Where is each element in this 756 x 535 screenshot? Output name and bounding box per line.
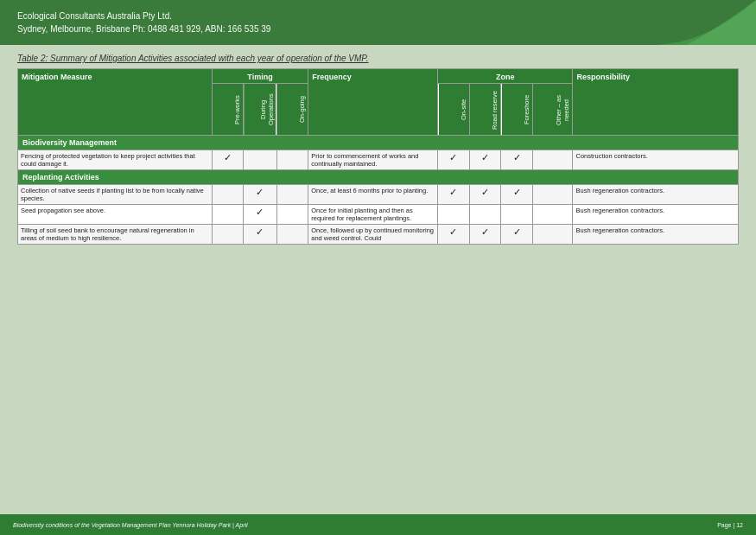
footer-text: Biodiversity conditions of the Vegetatio… [13, 522, 248, 528]
table-cell: Fencing of protected vegetation to keep … [18, 150, 213, 170]
table-cell [501, 205, 533, 225]
table-cell: ✓ [501, 185, 533, 205]
table-cell: Bush regeneration contractors. [573, 185, 739, 205]
col-sub-foreshore: Foreshore [501, 84, 533, 136]
table-row: Collection of native seeds if planting l… [18, 185, 739, 205]
table-cell: ✓ [469, 185, 501, 205]
checkmark-icon: ✓ [513, 187, 521, 197]
checkmark-icon: ✓ [256, 187, 264, 197]
table-cell: Bush regeneration contractors. [573, 205, 739, 225]
col-header-zone: Zone [438, 69, 573, 84]
table-cell: ✓ [438, 150, 470, 170]
col-sub-onsite: On-site [438, 84, 470, 136]
table-cell [438, 205, 470, 225]
table-cell: ✓ [212, 150, 244, 170]
table-cell: ✓ [244, 185, 276, 205]
table-cell [212, 225, 244, 245]
section-header-row: Replanting Activities [18, 170, 739, 185]
table-cell: ✓ [438, 185, 470, 205]
col-sub-preworks: Pre-works [212, 84, 244, 136]
table-cell [276, 225, 308, 245]
checkmark-icon: ✓ [449, 226, 457, 237]
col-header-frequency: Frequency [308, 69, 438, 136]
mitigation-table: Mitigation Measure Timing Frequency Zone… [17, 68, 739, 245]
table-row: Fencing of protected vegetation to keep … [18, 150, 739, 170]
footer-page: Page | 12 [717, 522, 743, 528]
table-cell: Collection of native seeds if planting l… [18, 185, 213, 205]
content-area: Table 2: Summary of Mitigation Activitie… [0, 45, 756, 253]
table-cell [532, 205, 573, 225]
section-title: Biodiversity Management [18, 136, 739, 150]
footer-bar: Biodiversity conditions of the Vegetatio… [0, 514, 756, 535]
table-cell [532, 225, 573, 245]
table-row: Tilling of soil seed bank to encourage n… [18, 225, 739, 245]
table-cell [212, 185, 244, 205]
header-line2: Sydney, Melbourne, Brisbane Ph: 0488 481… [17, 22, 270, 35]
table-cell: Once, at least 6 months prior to plantin… [308, 185, 438, 205]
table-cell: ✓ [438, 225, 470, 245]
table-cell [532, 150, 573, 170]
checkmark-icon: ✓ [481, 187, 489, 197]
header-text: Ecological Consultants Australia Pty Ltd… [17, 10, 270, 35]
col-header-measure: Mitigation Measure [18, 69, 213, 136]
table-cell: Construction contractors. [573, 150, 739, 170]
table-cell: ✓ [244, 205, 276, 225]
checkmark-icon: ✓ [449, 152, 457, 162]
table-cell: ✓ [469, 225, 501, 245]
table-cell: Once, followed up by continued monitorin… [308, 225, 438, 245]
table-cell: Tilling of soil seed bank to encourage n… [18, 225, 213, 245]
header-line1: Ecological Consultants Australia Pty Ltd… [17, 10, 270, 22]
checkmark-icon: ✓ [256, 207, 264, 217]
table-cell [276, 185, 308, 205]
table-cell [532, 185, 573, 205]
checkmark-icon: ✓ [513, 152, 521, 162]
table-cell [276, 150, 308, 170]
col-header-responsibility: Responsibility [573, 69, 739, 136]
table-cell: Bush regeneration contractors. [573, 225, 739, 245]
checkmark-icon: ✓ [449, 187, 457, 197]
table-cell: Prior to commencement of works and conti… [308, 150, 438, 170]
table-title: Table 2: Summary of Mitigation Activitie… [17, 54, 739, 63]
table-cell [212, 205, 244, 225]
checkmark-icon: ✓ [224, 152, 232, 162]
section-title: Replanting Activities [18, 170, 739, 185]
table-cell: Seed propagation see above. [18, 205, 213, 225]
table-cell: Once for initial planting and then as re… [308, 205, 438, 225]
table-cell [244, 150, 276, 170]
table-cell [276, 205, 308, 225]
header-bar: Ecological Consultants Australia Pty Ltd… [0, 0, 756, 45]
col-sub-road: Road reserve [469, 84, 501, 136]
table-cell: ✓ [244, 225, 276, 245]
table-row: Seed propagation see above.✓Once for ini… [18, 205, 739, 225]
table-cell: ✓ [469, 150, 501, 170]
col-header-timing: Timing [212, 69, 308, 84]
col-sub-ongoing: On-going [276, 84, 308, 136]
checkmark-icon: ✓ [256, 226, 264, 237]
section-header-row: Biodiversity Management [18, 136, 739, 150]
table-cell: ✓ [501, 225, 533, 245]
col-sub-other: Other – as needed [532, 84, 573, 136]
table-cell [469, 205, 501, 225]
checkmark-icon: ✓ [481, 152, 489, 162]
col-sub-during: During Operations [244, 84, 276, 136]
checkmark-icon: ✓ [513, 226, 521, 237]
checkmark-icon: ✓ [481, 226, 489, 237]
table-cell: ✓ [501, 150, 533, 170]
